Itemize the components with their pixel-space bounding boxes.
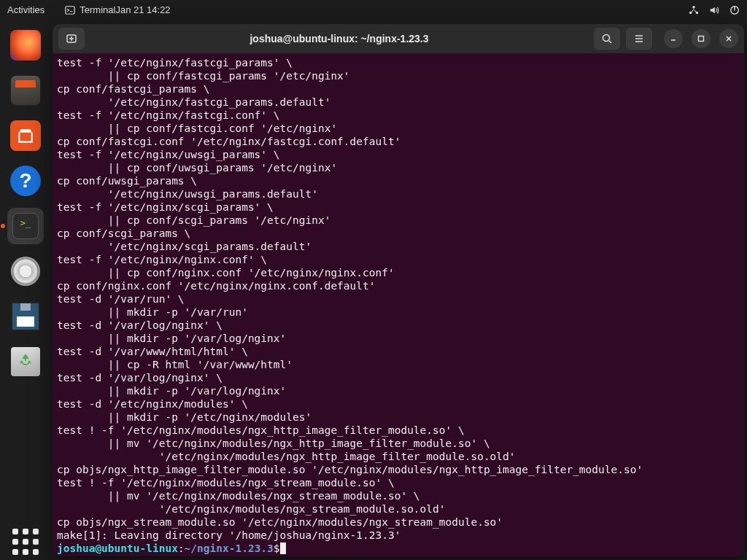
- terminal-titlebar: joshua@ubuntu-linux: ~/nginx-1.23.3: [53, 24, 744, 53]
- minimize-icon: [669, 34, 678, 43]
- current-app-label: Terminal: [80, 4, 115, 15]
- clock[interactable]: Jan 21 14:22: [115, 4, 689, 15]
- svg-point-6: [603, 35, 610, 42]
- activities-button[interactable]: Activities: [7, 4, 44, 15]
- terminal-app-icon: [65, 5, 75, 15]
- apps-grid-icon: [12, 529, 39, 555]
- svg-rect-7: [699, 36, 704, 42]
- volume-icon[interactable]: [709, 5, 719, 15]
- svg-point-1: [692, 5, 695, 8]
- terminal-output: test -f '/etc/nginx/fastcgi_params' \ ||…: [57, 56, 740, 542]
- prompt-symbol: $: [274, 542, 280, 554]
- dock-files[interactable]: [7, 72, 44, 109]
- disk-icon: [11, 257, 40, 286]
- dock-help[interactable]: ?: [7, 163, 44, 199]
- dock-floppy[interactable]: [7, 298, 44, 335]
- dock-disk[interactable]: [7, 253, 44, 289]
- maximize-button[interactable]: [692, 29, 711, 48]
- prompt-path: ~/nginx-1.23.3: [185, 542, 274, 554]
- maximize-icon: [697, 35, 705, 42]
- dock-trash[interactable]: [7, 343, 44, 380]
- dock-software[interactable]: [7, 117, 44, 154]
- svg-rect-0: [66, 6, 74, 14]
- software-icon: [10, 120, 41, 151]
- search-button[interactable]: [594, 28, 620, 50]
- close-icon: [724, 34, 733, 43]
- prompt-sep: :: [178, 542, 185, 554]
- network-icon[interactable]: [689, 5, 699, 15]
- close-button[interactable]: [719, 29, 738, 48]
- terminal-body[interactable]: test -f '/etc/nginx/fastcgi_params' \ ||…: [53, 53, 744, 556]
- window-title: joshua@ubuntu-linux: ~/nginx-1.23.3: [90, 33, 588, 44]
- dock-terminal[interactable]: >_: [7, 208, 44, 244]
- floppy-icon: [11, 302, 40, 331]
- current-app-indicator[interactable]: Terminal: [65, 4, 115, 15]
- gnome-topbar: Activities Terminal Jan 21 14:22: [0, 0, 747, 20]
- prompt-user: joshua@ubuntu-linux: [57, 542, 178, 554]
- help-icon: ?: [10, 166, 41, 196]
- dock: ? >_: [0, 20, 51, 560]
- dock-show-apps[interactable]: [7, 524, 44, 560]
- trash-icon: [11, 347, 40, 376]
- search-icon: [601, 33, 613, 44]
- firefox-icon: [10, 30, 41, 61]
- cursor: [280, 542, 286, 554]
- terminal-icon: >_: [12, 213, 39, 239]
- minimize-button[interactable]: [664, 29, 683, 48]
- terminal-window: joshua@ubuntu-linux: ~/nginx-1.23.3 test…: [53, 24, 744, 556]
- new-tab-icon: [66, 33, 77, 44]
- hamburger-icon: [633, 33, 645, 44]
- files-icon: [10, 75, 41, 106]
- power-icon[interactable]: [729, 5, 740, 15]
- new-tab-button[interactable]: [58, 28, 85, 50]
- dock-firefox[interactable]: [7, 27, 44, 63]
- menu-button[interactable]: [626, 28, 652, 50]
- activities-label: Activities: [7, 4, 44, 15]
